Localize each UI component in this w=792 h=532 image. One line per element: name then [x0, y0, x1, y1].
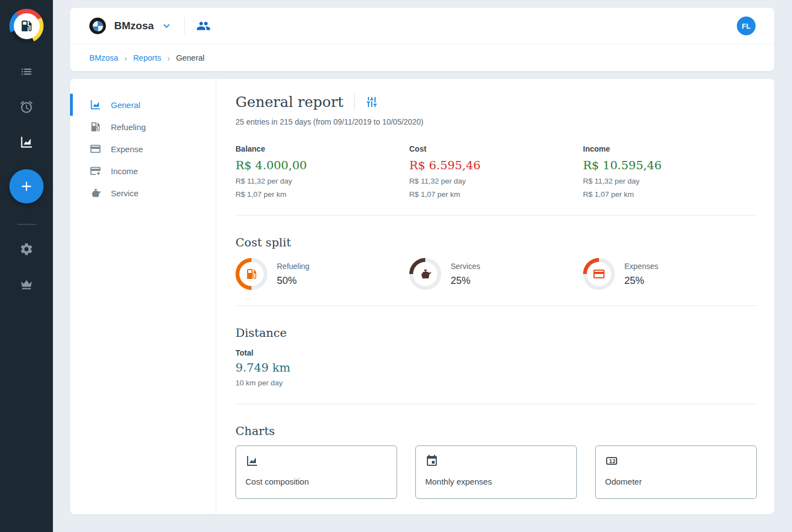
oil-can-icon — [419, 267, 432, 281]
report-subtitle: 25 entries in 215 days (from 09/11/2019 … — [236, 117, 757, 127]
stat-cost: Cost R$ 6.595,46 R$ 11,32 per day R$ 1,0… — [409, 144, 583, 200]
split-percent: 50% — [277, 275, 309, 287]
section-divider — [236, 215, 757, 216]
report-nav-label: Income — [111, 166, 138, 176]
area-chart-icon — [89, 99, 101, 111]
area-chart-icon — [19, 135, 34, 149]
report-nav-refueling[interactable]: Refueling — [70, 116, 216, 138]
chart-card-label: Odometer — [605, 477, 747, 486]
stat-per-day: R$ 11,32 per day — [409, 176, 583, 186]
split-label: Expenses — [624, 262, 658, 271]
app-root: BMzosa FL BMzosa › Reports › General — [0, 0, 792, 532]
breadcrumb-reports[interactable]: Reports — [133, 53, 161, 62]
split-inner — [413, 262, 437, 286]
card-icon — [592, 267, 606, 281]
stat-label: Balance — [236, 144, 409, 154]
report-body: General report 25 entries in 215 days (f… — [216, 79, 774, 514]
header-card: BMzosa FL BMzosa › Reports › General — [70, 8, 774, 71]
vehicle-brand-logo — [89, 18, 106, 34]
alarm-icon — [19, 100, 34, 114]
oil-can-icon — [89, 187, 101, 199]
split-percent: 25% — [624, 275, 658, 287]
header-divider — [184, 18, 185, 34]
breadcrumb: BMzosa › Reports › General — [70, 44, 774, 71]
stat-income: Income R$ 10.595,46 R$ 11,32 per day R$ … — [583, 144, 757, 200]
stats-row: Balance R$ 4.000,00 R$ 11,32 per day R$ … — [236, 144, 757, 200]
card-plus-icon — [89, 165, 101, 177]
stat-per-km: R$ 1,07 per km — [583, 190, 757, 200]
main-column: BMzosa FL BMzosa › Reports › General — [53, 0, 792, 532]
sidebar-item-records[interactable] — [9, 54, 44, 89]
breadcrumb-current: General — [176, 53, 205, 62]
split-refueling: Refueling 50% — [236, 258, 409, 290]
split-services: Services 25% — [409, 258, 583, 290]
report-card: General Refueling Expense Income Service — [70, 79, 774, 514]
add-button[interactable] — [9, 169, 44, 203]
bmw-roundel-icon — [93, 21, 103, 31]
distance-total-label: Total — [236, 348, 757, 357]
chevron-down-icon — [160, 20, 173, 32]
report-nav-general[interactable]: General — [70, 94, 216, 116]
fuel-pump-icon — [89, 121, 101, 133]
report-nav-label: Service — [111, 189, 138, 198]
vehicle-name: BMzosa — [114, 20, 154, 32]
fuel-pump-logo-icon — [14, 13, 40, 39]
stat-value: R$ 6.595,46 — [409, 158, 583, 173]
chart-card-cost-composition[interactable]: Cost composition — [236, 445, 397, 499]
cost-split-title: Cost split — [236, 235, 757, 250]
sidebar-divider — [17, 224, 36, 225]
drivers-button[interactable] — [196, 19, 211, 33]
sidebar-item-reminders[interactable] — [9, 89, 44, 125]
sidebar — [0, 0, 53, 532]
distance-title: Distance — [236, 326, 757, 340]
expenses-donut — [583, 258, 615, 290]
cost-split-row: Refueling 50% Services 25% — [236, 258, 757, 290]
distance-total-value: 9.749 km — [236, 361, 757, 375]
crown-icon — [19, 277, 34, 292]
app-logo[interactable] — [9, 9, 44, 43]
calendar-icon — [425, 454, 438, 467]
plus-icon — [19, 179, 34, 194]
services-donut — [409, 258, 441, 290]
report-nav-expense[interactable]: Expense — [70, 138, 216, 160]
breadcrumb-separator-icon: › — [167, 53, 170, 63]
fuel-pump-icon — [245, 267, 258, 281]
split-inner — [587, 262, 611, 286]
stat-per-day: R$ 11,32 per day — [583, 176, 757, 186]
tune-icon — [365, 95, 378, 109]
charts-row: Cost composition Monthly expenses 12 Odo… — [236, 445, 757, 499]
title-divider — [354, 94, 355, 110]
sidebar-item-premium[interactable] — [9, 267, 44, 302]
chart-card-monthly-expenses[interactable]: Monthly expenses — [415, 445, 577, 499]
split-label: Services — [451, 262, 480, 271]
breadcrumb-separator-icon: › — [124, 53, 127, 63]
split-percent: 25% — [451, 275, 480, 287]
split-inner — [239, 262, 264, 286]
stat-per-km: R$ 1,07 per km — [236, 190, 409, 200]
records-list-icon — [19, 65, 34, 79]
stat-value: R$ 4.000,00 — [236, 158, 409, 173]
vehicle-switcher-button[interactable] — [160, 20, 173, 32]
chart-card-odometer[interactable]: 12 Odometer — [595, 445, 757, 499]
sidebar-item-settings[interactable] — [9, 232, 44, 267]
split-text: Expenses 25% — [624, 262, 658, 287]
group-icon — [196, 19, 211, 33]
report-nav-income[interactable]: Income — [70, 160, 216, 182]
gear-icon — [19, 242, 34, 256]
svg-text:2: 2 — [612, 459, 616, 464]
line-chart-icon — [245, 454, 259, 467]
chart-card-label: Cost composition — [245, 477, 387, 486]
charts-title: Charts — [236, 424, 757, 438]
breadcrumb-vehicle[interactable]: BMzosa — [89, 53, 118, 62]
user-avatar[interactable]: FL — [737, 17, 756, 35]
filter-button[interactable] — [365, 95, 378, 109]
report-nav-label: Refueling — [111, 122, 146, 132]
section-divider — [236, 305, 757, 306]
stat-balance: Balance R$ 4.000,00 R$ 11,32 per day R$ … — [236, 144, 409, 200]
report-nav-service[interactable]: Service — [70, 182, 216, 204]
report-title-row: General report — [236, 94, 757, 110]
stat-label: Income — [583, 144, 757, 154]
card-icon — [89, 143, 101, 155]
sidebar-item-reports[interactable] — [9, 125, 44, 160]
report-nav: General Refueling Expense Income Service — [70, 79, 216, 514]
